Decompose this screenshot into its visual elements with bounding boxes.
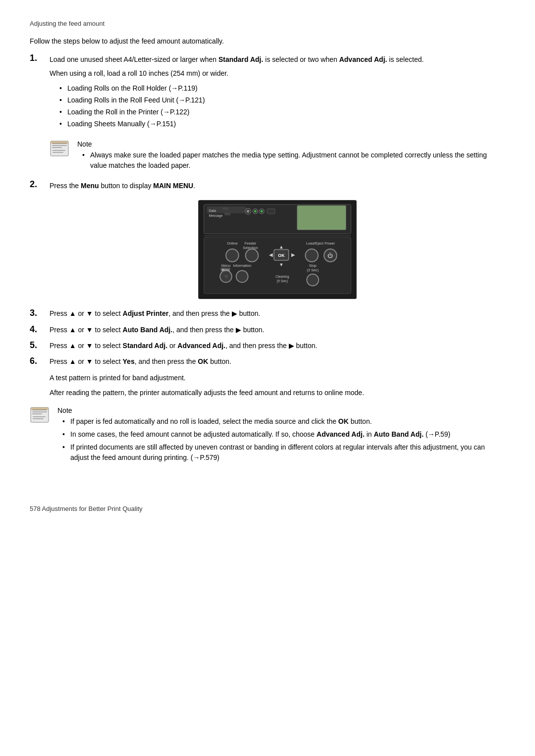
svg-rect-12	[224, 213, 230, 215]
note-1-bullets: Always make sure the loaded paper matche…	[82, 150, 505, 171]
svg-text:▼: ▼	[279, 262, 284, 267]
svg-point-18	[261, 210, 263, 212]
step-1-content: Load one unused sheet A4/Letter-sized or…	[50, 54, 505, 133]
svg-text:Stop: Stop	[309, 263, 317, 268]
note-1: Note Always make sure the loaded paper m…	[50, 140, 505, 173]
svg-text:Load/Eject  Power: Load/Eject Power	[306, 241, 335, 246]
svg-text:(3 Sec): (3 Sec)	[307, 268, 319, 272]
svg-text:Data: Data	[209, 209, 216, 212]
note-1-bullet-1: Always make sure the loaded paper matche…	[82, 150, 505, 171]
svg-text:▲: ▲	[279, 244, 284, 250]
svg-rect-10	[222, 207, 228, 210]
svg-text:Information: Information	[233, 263, 251, 268]
step-3: 3. Press ▲ or ▼ to select Adjust Printer…	[30, 308, 505, 319]
svg-point-28	[246, 249, 259, 262]
intro-text: Follow the steps below to adjust the fee…	[30, 37, 505, 45]
bullet-4: Loading Sheets Manually (→P.151)	[59, 119, 505, 129]
step-5: 5. Press ▲ or ▼ to select Standard Adj. …	[30, 340, 505, 351]
step-3-text: Press ▲ or ▼ to select Adjust Printer, a…	[50, 308, 505, 319]
svg-text:Cleaning: Cleaning	[275, 275, 289, 279]
svg-rect-5	[53, 152, 63, 153]
svg-text:Message: Message	[209, 214, 222, 218]
svg-point-47	[307, 274, 319, 286]
step-6-number: 6.	[30, 356, 50, 366]
step-4-text: Press ▲ or ▼ to select Auto Band Adj., a…	[50, 324, 505, 335]
printer-panel-svg: Data Message Feeder Selection Load/Eject…	[198, 200, 357, 299]
bullet-3: Loading the Roll in the Printer (→P.122)	[59, 107, 505, 117]
note-2-bullet-3: If printed documents are still affected …	[62, 442, 505, 463]
step-4: 4. Press ▲ or ▼ to select Auto Band Adj.…	[30, 324, 505, 335]
bullet-2: Loading Rolls in the Roll Feed Unit (→P.…	[59, 95, 505, 105]
step-1-number: 1.	[30, 53, 50, 63]
svg-rect-52	[32, 411, 47, 412]
svg-point-14	[247, 210, 250, 213]
svg-rect-56	[31, 407, 49, 410]
header-title: Adjusting the feed amount	[30, 20, 105, 27]
note-2-bullet-2: In some cases, the feed amount cannot be…	[62, 429, 505, 440]
svg-text:▶: ▶	[291, 252, 295, 257]
note-2-icon	[30, 406, 55, 425]
step-2-content: Press the Menu button to display MAIN ME…	[50, 180, 505, 191]
step-1-bullets: Loading Rolls on the Roll Holder (→P.119…	[59, 83, 505, 129]
note-1-content: Note Always make sure the loaded paper m…	[77, 140, 505, 173]
svg-text:◀: ◀	[269, 252, 273, 257]
svg-text:Online: Online	[227, 241, 237, 246]
svg-rect-4	[53, 150, 65, 151]
svg-rect-19	[267, 209, 275, 214]
note-2-bullet-1: If paper is fed automatically and no rol…	[62, 416, 505, 427]
after-step6-text-2: After reading the pattern, the printer a…	[50, 387, 505, 398]
svg-rect-53	[32, 413, 42, 414]
note-2-title: Note	[57, 406, 505, 414]
svg-text:☜: ☜	[224, 274, 228, 280]
svg-rect-6	[51, 141, 68, 144]
svg-text:Menu: Menu	[221, 263, 231, 268]
step-1: 1. Load one unused sheet A4/Letter-sized…	[30, 54, 505, 133]
page-header: Adjusting the feed amount	[30, 20, 505, 27]
svg-point-27	[226, 249, 239, 262]
svg-point-16	[254, 210, 257, 212]
svg-rect-55	[33, 418, 44, 419]
after-step6-text-1: A test pattern is printed for band adjus…	[50, 372, 505, 383]
svg-point-44	[236, 271, 248, 283]
note-1-icon	[50, 140, 75, 159]
step-5-number: 5.	[30, 340, 50, 351]
note-icon-svg	[50, 140, 75, 159]
page-footer: 578 Adjustments for Better Print Quality	[30, 505, 505, 512]
svg-rect-20	[297, 205, 346, 230]
bullet-1: Loading Rolls on the Roll Holder (→P.119…	[59, 83, 505, 94]
note-2-bullets: If paper is fed automatically and no rol…	[62, 416, 505, 463]
printer-panel-container: Data Message Feeder Selection Load/Eject…	[50, 200, 505, 299]
step-1-subtext: When using a roll, load a roll 10 inches…	[50, 68, 505, 79]
svg-text:Feeder: Feeder	[245, 241, 257, 246]
step-4-number: 4.	[30, 324, 50, 335]
note-1-title: Note	[77, 140, 505, 148]
svg-text:OK: OK	[278, 253, 285, 258]
note-2-icon-svg	[30, 406, 55, 425]
step-6: 6. Press ▲ or ▼ to select Yes, and then …	[30, 356, 505, 367]
note-2-content: Note If paper is fed automatically and n…	[57, 406, 505, 465]
note-2: Note If paper is fed automatically and n…	[30, 406, 505, 465]
svg-rect-54	[33, 416, 46, 417]
step-3-number: 3.	[30, 308, 50, 318]
step-2: 2. Press the Menu button to display MAIN…	[30, 180, 505, 191]
svg-text:(5 Sec): (5 Sec)	[277, 280, 288, 284]
step-6-text: Press ▲ or ▼ to select Yes, and then pre…	[50, 356, 505, 367]
step-5-text: Press ▲ or ▼ to select Standard Adj. or …	[50, 340, 505, 351]
svg-point-35	[305, 249, 318, 262]
step-2-number: 2.	[30, 179, 50, 190]
svg-text:⏻: ⏻	[327, 252, 333, 258]
